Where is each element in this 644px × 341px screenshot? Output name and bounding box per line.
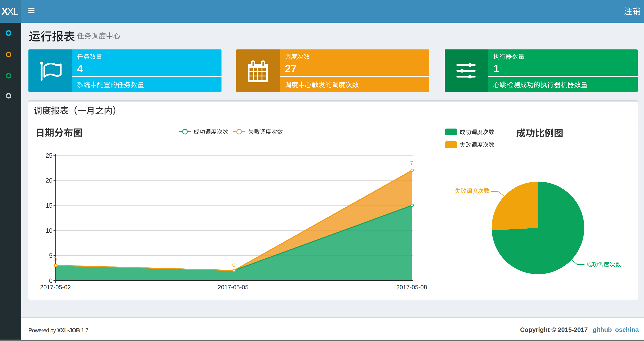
svg-text:27: 27 — [285, 63, 297, 75]
svg-text:oschina: oschina — [615, 326, 639, 333]
svg-text:0: 0 — [232, 261, 236, 268]
svg-text:0: 0 — [49, 277, 52, 284]
svg-text:15: 15 — [46, 202, 52, 209]
svg-text:2017-05-08: 2017-05-08 — [396, 284, 427, 291]
svg-text:25: 25 — [46, 152, 52, 159]
svg-text:1: 1 — [493, 63, 499, 75]
svg-text:Copyright © 2015-2017: Copyright © 2015-2017 — [520, 326, 588, 333]
svg-text:XXL: XXL — [2, 6, 18, 17]
svg-text:5: 5 — [49, 252, 52, 259]
svg-text:4: 4 — [77, 63, 83, 75]
svg-text:2017-05-02: 2017-05-02 — [40, 284, 71, 291]
svg-text:10: 10 — [46, 227, 52, 234]
svg-text:20: 20 — [46, 177, 52, 184]
svg-text:2017-05-05: 2017-05-05 — [218, 284, 248, 291]
svg-text:0: 0 — [54, 256, 57, 263]
svg-text:Powered by XXL-JOB 1.7: Powered by XXL-JOB 1.7 — [28, 327, 88, 333]
svg-text:7: 7 — [410, 160, 413, 166]
svg-text:github: github — [593, 326, 612, 333]
